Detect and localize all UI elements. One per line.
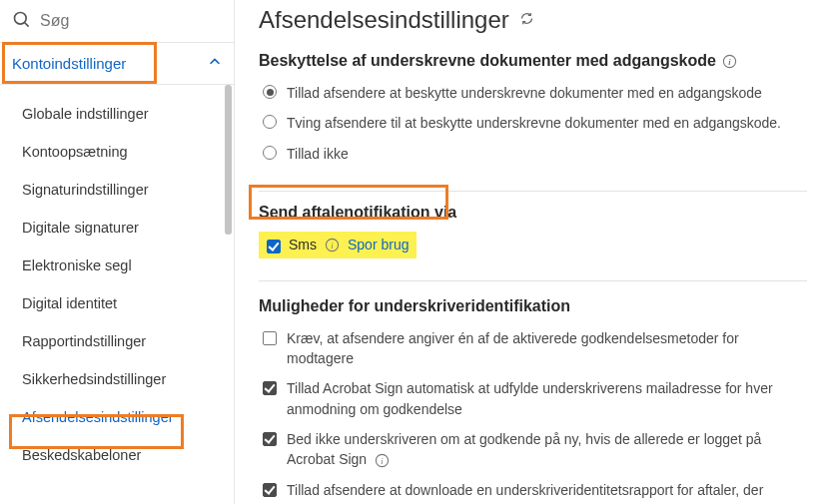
sidebar-item-label: Kontoopsætning (22, 144, 128, 160)
sidebar-item-label: Elektroniske segl (22, 257, 132, 273)
svg-text:i: i (381, 456, 384, 466)
sidebar-item-signature-settings[interactable]: Signaturindstillinger (0, 171, 234, 209)
divider (259, 191, 807, 192)
sidebar-item-digital-identity[interactable]: Digital identitet (0, 284, 234, 322)
info-icon[interactable]: i (325, 238, 340, 252)
section-protection-heading: Beskyttelse af underskrevne dokumenter m… (259, 52, 716, 70)
sms-row: Sms i Spor brug (259, 232, 416, 258)
svg-line-1 (25, 22, 29, 26)
svg-text:i: i (728, 56, 731, 66)
radio-label: Tillad ikke (287, 144, 807, 164)
main-content: Afsendelsesindstillinger Beskyttelse af … (235, 0, 831, 504)
track-usage-link[interactable]: Spor brug (348, 237, 409, 252)
radio-label: Tving afsendere til at beskytte underskr… (287, 113, 807, 133)
sidebar-item-label: Sikkerhedsindstillinger (22, 371, 166, 387)
checkbox-sms[interactable] (267, 240, 281, 253)
sidebar-item-label: Globale indstillinger (22, 106, 149, 122)
radio-icon (263, 146, 277, 160)
refresh-icon[interactable] (519, 11, 534, 29)
radio-force-protect[interactable]: Tving afsendere til at beskytte underskr… (263, 108, 807, 138)
sidebar-item-global[interactable]: Globale indstillinger (0, 95, 234, 133)
divider (259, 280, 807, 281)
sms-label: Sms (289, 237, 317, 252)
radio-disallow-protect[interactable]: Tillad ikke (263, 139, 807, 169)
radio-icon (263, 115, 277, 129)
section-protection: Beskyttelse af underskrevne dokumenter m… (259, 44, 807, 183)
checkbox-icon (263, 381, 277, 395)
sidebar-scrollbar[interactable] (225, 85, 232, 235)
checkbox-icon (263, 331, 277, 345)
page-title: Afsendelsesindstillinger (259, 6, 509, 34)
sidebar-item-label: Afsendelsesindstillinger (22, 409, 174, 425)
sidebar-item-account-setup[interactable]: Kontoopsætning (0, 133, 234, 171)
radio-icon (263, 85, 277, 99)
section-send-via: Send aftalenotifikation via Sms i Spor b… (259, 200, 807, 272)
sidebar-item-security-settings[interactable]: Sikkerhedsindstillinger (0, 360, 234, 398)
check-label: Kræv, at afsendere angiver én af de akti… (287, 328, 807, 369)
check-skip-reauth[interactable]: Bed ikke underskriveren om at godkende p… (263, 424, 807, 475)
check-auto-fill-email[interactable]: Tillad Acrobat Sign automatisk at udfyld… (263, 373, 807, 424)
sidebar-item-digital-signatures[interactable]: Digitale signaturer (0, 209, 234, 247)
sidebar-section-title: Kontoindstillinger (12, 55, 126, 72)
check-download-identity-report[interactable]: Tillad afsendere at downloade en undersk… (263, 475, 807, 504)
sidebar-section-header[interactable]: Kontoindstillinger (0, 42, 234, 85)
sidebar-item-report-settings[interactable]: Rapportindstillinger (0, 322, 234, 360)
check-label: Bed ikke underskriveren om at godkende p… (287, 429, 807, 470)
check-label: Tillad afsendere at downloade en undersk… (287, 480, 807, 504)
sidebar: Kontoindstillinger Globale indstillinger… (0, 0, 235, 504)
svg-text:i: i (331, 241, 334, 251)
info-icon[interactable]: i (722, 54, 737, 69)
section-identification-heading: Muligheder for underskriveridentifikatio… (259, 297, 570, 315)
svg-point-0 (15, 12, 27, 24)
check-label: Tillad Acrobat Sign automatisk at udfyld… (287, 378, 807, 419)
sidebar-item-label: Digitale signaturer (22, 220, 139, 236)
sidebar-nav: Globale indstillinger Kontoopsætning Sig… (0, 85, 234, 504)
sidebar-item-label: Rapportindstillinger (22, 333, 146, 349)
checkbox-icon (263, 483, 277, 497)
sidebar-item-label: Digital identitet (22, 295, 117, 311)
sidebar-item-message-templates[interactable]: Beskedskabeloner (0, 436, 234, 474)
sidebar-item-label: Beskedskabeloner (22, 447, 141, 463)
section-identification: Muligheder for underskriveridentifikatio… (259, 289, 807, 504)
section-send-via-heading: Send aftalenotifikation via (259, 204, 456, 222)
sidebar-item-electronic-seals[interactable]: Elektroniske segl (0, 247, 234, 284)
info-icon[interactable]: i (375, 453, 390, 468)
sidebar-item-send-settings[interactable]: Afsendelsesindstillinger (0, 398, 234, 436)
chevron-up-icon (208, 55, 222, 72)
radio-allow-protect[interactable]: Tillad afsendere at beskytte underskrevn… (263, 78, 807, 108)
search-icon (12, 10, 32, 33)
search-input[interactable] (40, 12, 222, 30)
search-row (0, 0, 234, 42)
radio-label: Tillad afsendere at beskytte underskrevn… (287, 83, 807, 103)
checkbox-icon (263, 432, 277, 446)
sidebar-item-label: Signaturindstillinger (22, 182, 149, 198)
check-require-auth[interactable]: Kræv, at afsendere angiver én af de akti… (263, 323, 807, 374)
